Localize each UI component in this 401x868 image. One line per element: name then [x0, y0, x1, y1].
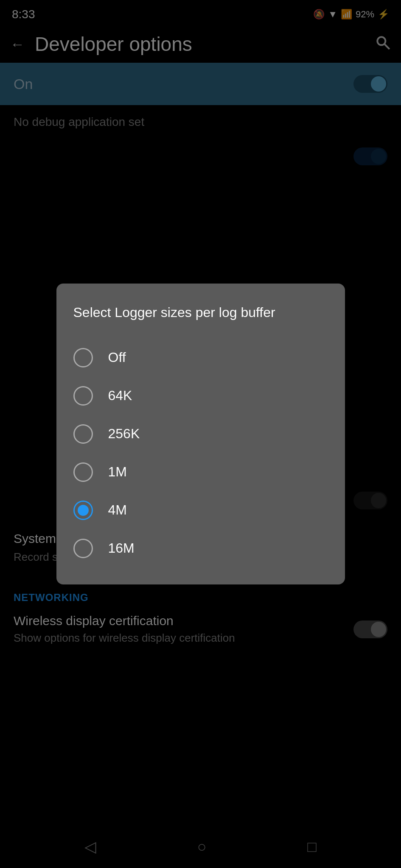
option-64k-label: 64K [108, 388, 132, 403]
option-16m[interactable]: 16M [73, 529, 328, 568]
dialog-title: Select Logger sizes per log buffer [73, 304, 328, 322]
option-4m[interactable]: 4M [73, 491, 328, 529]
radio-4m-inner [78, 505, 89, 516]
modal-overlay: Select Logger sizes per log buffer Off 6… [0, 0, 401, 868]
option-4m-label: 4M [108, 502, 127, 518]
option-off[interactable]: Off [73, 339, 328, 377]
option-1m[interactable]: 1M [73, 453, 328, 491]
option-16m-label: 16M [108, 540, 135, 556]
option-256k[interactable]: 256K [73, 415, 328, 453]
option-256k-label: 256K [108, 426, 140, 442]
option-1m-label: 1M [108, 464, 127, 480]
radio-256k[interactable] [73, 424, 93, 444]
option-off-label: Off [108, 350, 126, 365]
radio-4m[interactable] [73, 501, 93, 520]
radio-1m[interactable] [73, 462, 93, 482]
radio-16m[interactable] [73, 539, 93, 558]
option-64k[interactable]: 64K [73, 377, 328, 415]
radio-64k[interactable] [73, 386, 93, 406]
radio-off[interactable] [73, 348, 93, 367]
logger-dialog: Select Logger sizes per log buffer Off 6… [56, 284, 345, 584]
